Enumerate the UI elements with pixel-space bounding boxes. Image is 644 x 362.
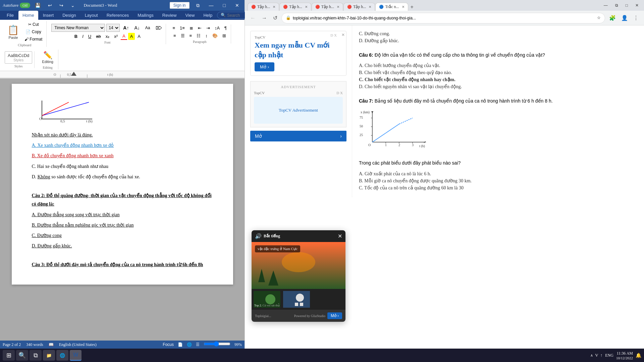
address-bar[interactable]: 🔒 ☆ — [281, 13, 605, 23]
refresh-button[interactable]: ↺ — [271, 13, 279, 22]
browser-tab-2[interactable]: 🔴 Tập h... ✕ — [279, 3, 311, 11]
restore-button[interactable]: ⧉ — [194, 2, 202, 9]
borders-button[interactable]: ⊞ — [220, 32, 228, 39]
taskbar-chrome[interactable]: 🌐 — [56, 350, 68, 361]
notification-button[interactable]: 🔔 — [636, 353, 641, 358]
tab-5-close[interactable]: ✕ — [402, 5, 405, 9]
undo-button[interactable]: ↩ — [45, 2, 55, 9]
video-mo-button[interactable]: Mở › — [327, 312, 342, 319]
tab-design[interactable]: Design — [58, 11, 80, 20]
extensions-button[interactable]: 🧩 — [607, 13, 618, 22]
increase-indent-button[interactable]: ⇥ — [204, 24, 212, 32]
tab-references[interactable]: References — [103, 11, 133, 20]
browser-minimize-button[interactable]: — — [601, 2, 610, 8]
taskbar-file-explorer[interactable]: 📁 — [43, 350, 55, 361]
shrink-font-button[interactable]: A↓ — [132, 24, 142, 32]
signin-button[interactable]: Sign in — [170, 2, 190, 9]
decrease-indent-button[interactable]: ⇤ — [196, 24, 204, 32]
align-right-button[interactable]: ≡ — [187, 32, 194, 39]
zoom-slider-container — [204, 341, 230, 348]
url-input[interactable] — [293, 16, 595, 20]
left-column: D X ✕ TopCV Xem ngay mẫu CV mới cập nhật… — [245, 25, 352, 197]
format-painter-button[interactable]: 🖌 Format — [22, 36, 44, 43]
numbering-button[interactable]: 1≡ — [178, 24, 187, 32]
close-button[interactable]: ✕ — [232, 2, 242, 9]
bullets-button[interactable]: ≡ — [171, 24, 177, 32]
save-button[interactable]: 💾 — [32, 2, 43, 9]
tab-insert[interactable]: Insert — [39, 11, 58, 20]
more-options-button[interactable]: ⋮ — [631, 13, 641, 22]
browser-maximize-button[interactable]: □ — [623, 2, 631, 8]
italic-button[interactable]: I — [80, 33, 86, 40]
word-window: AutoSave Off 💾 ↩ ↪ ⌄ Document3 - Word Si… — [0, 0, 245, 349]
redo-button[interactable]: ↪ — [57, 2, 66, 9]
maximize-button[interactable]: □ — [220, 2, 228, 9]
sort-button[interactable]: ↕A — [213, 24, 222, 32]
tab-2-close[interactable]: ✕ — [305, 5, 308, 9]
tab-3-close[interactable]: ✕ — [337, 5, 339, 9]
browser-tab-3[interactable]: 🔴 Tập h... ✕ — [312, 3, 343, 11]
font-size-select[interactable]: 14 12 16 — [106, 24, 120, 32]
taskview-button[interactable]: ⧉ — [30, 350, 42, 361]
strikethrough-button[interactable]: ab — [94, 33, 103, 40]
tab-view[interactable]: View — [181, 11, 199, 20]
editing-button[interactable]: ✏️ Editing — [39, 50, 56, 65]
forward-button[interactable]: → — [260, 14, 269, 22]
subscript-button[interactable]: x₂ — [104, 33, 112, 40]
tab-1-close[interactable]: ✕ — [273, 5, 275, 9]
tab-layout[interactable]: Layout — [81, 11, 102, 20]
bold-button[interactable]: B — [72, 33, 79, 40]
browser-restore-button[interactable]: ⧉ — [612, 2, 621, 8]
tray-expand-button[interactable]: ∧ — [590, 353, 593, 358]
document-area[interactable]: O 0,5 t (h) Nhận xét nào dưới đây là đún… — [0, 78, 245, 341]
ad-open-button[interactable]: Mở › — [255, 62, 274, 71]
profile-button[interactable]: 👤 — [619, 13, 630, 22]
zoom-slider[interactable] — [204, 341, 230, 347]
browser-content[interactable]: D X ✕ TopCV Xem ngay mẫu CV mới cập nhật… — [245, 25, 644, 349]
more-button[interactable]: ⌄ — [68, 2, 77, 9]
browser-tab-1[interactable]: 🔴 Tập h... ✕ — [248, 3, 279, 11]
tab-4-close[interactable]: ✕ — [369, 5, 371, 9]
search-button[interactable]: 🔍 — [16, 350, 28, 361]
taskbar-word[interactable]: W — [70, 350, 82, 361]
ad-close-button[interactable]: ✕ — [341, 33, 345, 37]
start-button[interactable]: ⊞ — [3, 350, 15, 361]
align-center-button[interactable]: ☰ — [179, 32, 187, 39]
paste-button[interactable]: 📋 Paste — [5, 23, 22, 41]
tab-help[interactable]: Help — [199, 11, 216, 20]
justify-button[interactable]: ☷ — [195, 32, 203, 39]
browser-tab-4[interactable]: 🔴 Tập h... ✕ — [343, 3, 375, 11]
superscript-button[interactable]: x² — [112, 33, 120, 40]
copy-button[interactable]: 📄 Copy — [22, 28, 44, 35]
shading-button[interactable]: 🎨 — [210, 32, 220, 39]
multilevel-button[interactable]: ≣ — [187, 24, 195, 32]
grow-font-button[interactable]: A↑ — [121, 24, 131, 32]
focus-button[interactable]: Focus — [163, 342, 174, 347]
font-color-button[interactable]: A — [120, 33, 127, 40]
tab-mailings[interactable]: Mailings — [133, 11, 158, 20]
video-close-button[interactable]: ✕ — [338, 233, 342, 239]
line-spacing-button[interactable]: ↕ — [203, 32, 210, 39]
mo-button-left[interactable]: Mở › — [250, 131, 346, 141]
browser-close-button[interactable]: ✕ — [633, 2, 641, 8]
tab-home[interactable]: Home — [18, 11, 38, 20]
minimize-button[interactable]: — — [206, 2, 216, 9]
thumbnail-1: Top 2. Cá voi sát thủ — [254, 291, 280, 308]
change-case-button[interactable]: Aa — [143, 24, 152, 31]
tab-review[interactable]: Review — [158, 11, 181, 20]
autosave-toggle[interactable]: Off — [20, 3, 30, 8]
styles-button[interactable]: AaBbCcDd Styles — [5, 51, 32, 64]
highlight-button[interactable]: A — [128, 33, 135, 40]
cut-button[interactable]: ✂ Cut — [22, 21, 44, 28]
browser-tab-5[interactable]: 🔵 Trắc n... ✕ — [375, 3, 408, 11]
text-effect-button[interactable]: A — [136, 33, 143, 40]
clock[interactable]: 11:36 AM 10/12/2022 — [616, 351, 633, 360]
clear-format-button[interactable]: ⌦ — [154, 24, 164, 32]
show-marks-button[interactable]: ¶ — [222, 24, 229, 32]
back-button[interactable]: ← — [248, 14, 258, 22]
new-tab-button[interactable]: + — [409, 3, 416, 11]
font-family-select[interactable]: Times New Roman Arial Calibri — [51, 24, 105, 32]
tab-file[interactable]: File — [3, 11, 18, 20]
underline-button[interactable]: U — [86, 33, 93, 40]
align-left-button[interactable]: ≡ — [171, 32, 178, 39]
